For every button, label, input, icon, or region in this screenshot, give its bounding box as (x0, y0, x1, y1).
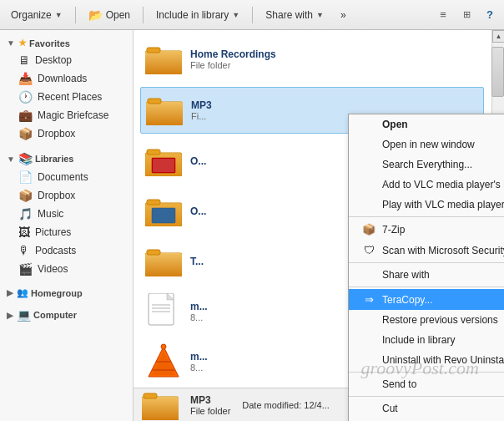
favorites-heading[interactable]: ▼ ★ Favorites (0, 35, 133, 51)
homegroup-label: Homegroup (31, 288, 83, 298)
ctx-sep1 (349, 216, 504, 217)
mp3-thumb (144, 90, 184, 130)
svg-point-29 (161, 344, 166, 349)
ctx-play-vlc[interactable]: Play with VLC media player (349, 195, 504, 215)
include-label: Include in library (156, 9, 229, 21)
recent-label: Recent Places (38, 91, 102, 103)
more-button[interactable]: » (333, 6, 354, 24)
ctx-open-new-window[interactable]: Open in new window (349, 134, 504, 155)
ctx-open-label: Open (382, 119, 408, 130)
libraries-heading[interactable]: ▼ 📚 Libraries (0, 150, 133, 168)
share-with-button[interactable]: Share with ▼ (258, 6, 331, 24)
sidebar-item-dropbox-lib[interactable]: 📦 Dropbox (0, 186, 133, 205)
computer-heading[interactable]: ▶ 💻 Computer (0, 306, 133, 324)
sidebar-item-desktop[interactable]: 🖥 Desktop (0, 51, 133, 69)
ctx-7zip-label: 7-Zip (382, 224, 405, 236)
libraries-section: ▼ 📚 Libraries 📄 Documents 📦 Dropbox 🎵 Mu… (0, 150, 133, 278)
scrollbar-up-arrow[interactable]: ▲ (492, 30, 504, 43)
ctx-open-new-label: Open in new window (382, 139, 475, 150)
dropbox-lib-icon: 📦 (18, 189, 33, 202)
sidebar-item-pictures[interactable]: 🖼 Pictures (0, 223, 133, 241)
view-details-button[interactable]: ≡ (432, 4, 454, 26)
svg-rect-16 (145, 253, 182, 276)
ctx-cut-label: Cut (382, 403, 398, 414)
organize-chevron: ▼ (55, 11, 63, 19)
ctx-revo-label: Uninstall with Revo Uninstaller Pro (382, 354, 504, 366)
view-toggle-button[interactable]: ⊞ (456, 4, 477, 26)
ctx-open[interactable]: Open (349, 114, 504, 134)
sidebar-item-music[interactable]: 🎵 Music (0, 205, 133, 223)
toolbar: Organize ▼ 📂 Open Include in library ▼ S… (0, 0, 504, 30)
sidebar-item-downloads[interactable]: 📥 Downloads (0, 69, 133, 88)
toolbar-sep1 (75, 7, 76, 23)
libraries-label: Libraries (35, 154, 73, 164)
ctx-restore-label: Restore previous versions (382, 314, 498, 326)
homegroup-section: ▶ 👥 Homegroup (0, 285, 133, 301)
file-item-home-recordings[interactable]: Home Recordings File folder (140, 37, 484, 82)
mp3-name: MP3 (191, 99, 480, 111)
ctx-share-label: Share with (382, 269, 430, 281)
dropbox-fav-label: Dropbox (38, 128, 75, 139)
open-button[interactable]: 📂 Open (81, 5, 138, 25)
ctx-include-library[interactable]: Include in library ▶ (349, 330, 504, 350)
help-button[interactable]: ? (479, 4, 501, 26)
m2-thumb (144, 342, 184, 382)
ctx-search-everything[interactable]: Search Everything... (349, 155, 504, 175)
computer-section: ▶ 💻 Computer (0, 306, 133, 324)
ctx-cut[interactable]: Cut (349, 398, 504, 418)
include-chevron: ▼ (232, 11, 239, 19)
sidebar-item-recent[interactable]: 🕐 Recent Places (0, 88, 133, 106)
ctx-uninstall-revo[interactable]: Uninstall with Revo Uninstaller Pro (349, 350, 504, 370)
homegroup-heading[interactable]: ▶ 👥 Homegroup (0, 285, 133, 301)
downloads-label: Downloads (38, 73, 87, 84)
sidebar-item-podcasts[interactable]: 🎙 Podcasts (0, 241, 133, 260)
ctx-send-to[interactable]: Send to ▶ (349, 374, 504, 394)
recent-icon: 🕐 (18, 90, 33, 104)
ctx-sendto-label: Send to (382, 378, 416, 390)
toolbar-right: ≡ ⊞ ? (432, 4, 501, 26)
include-library-button[interactable]: Include in library ▼ (149, 6, 247, 24)
sidebar-item-videos[interactable]: 🎬 Videos (0, 260, 133, 278)
statusbar-thumb (142, 390, 179, 420)
ctx-7zip[interactable]: 📦 7-Zip ▶ (349, 219, 504, 240)
ctx-restore-prev[interactable]: Restore previous versions (349, 310, 504, 330)
videos-icon: 🎬 (18, 262, 33, 276)
videos-label: Videos (38, 263, 68, 275)
statusbar-name: MP3 (190, 394, 230, 406)
documents-label: Documents (38, 171, 88, 183)
ctx-teracopy[interactable]: ⇒ TeraCopy... (349, 289, 504, 310)
scrollbar-thumb[interactable] (491, 47, 504, 97)
podcasts-icon: 🎙 (18, 244, 30, 257)
ctx-7zip-icon: 📦 (360, 223, 377, 236)
ctx-teracopy-label: TeraCopy... (382, 294, 432, 306)
vlc-svg-m2 (145, 343, 182, 380)
homegroup-arrow: ▶ (7, 288, 13, 297)
share-label: Share with (265, 9, 313, 21)
libraries-arrow: ▼ (7, 155, 15, 164)
ctx-scan-icon: 🛡 (360, 244, 377, 256)
sidebar-item-magic-briefcase[interactable]: 💼 Magic Briefcase (0, 106, 133, 124)
svg-rect-32 (144, 393, 157, 398)
t-thumb (144, 241, 184, 282)
ctx-scan-security[interactable]: 🛡 Scan with Microsoft Security Essential… (349, 240, 504, 261)
svg-rect-10 (153, 159, 174, 172)
ctx-teracopy-icon: ⇒ (360, 293, 377, 306)
toolbar-sep2 (143, 7, 144, 23)
ctx-share-with[interactable]: Share with ▶ (349, 265, 504, 285)
sidebar-item-documents[interactable]: 📄 Documents (0, 168, 133, 186)
ctx-vlc-playlist-label: Add to VLC media player's Playlist (382, 179, 504, 190)
folder-svg-home-recordings (145, 44, 182, 74)
organize-label: Organize (11, 9, 52, 21)
ctx-add-vlc-playlist[interactable]: Add to VLC media player's Playlist (349, 175, 504, 195)
open-label: Open (106, 9, 130, 21)
more-icon: » (340, 9, 346, 21)
favorites-section: ▼ ★ Favorites 🖥 Desktop 📥 Downloads 🕐 Re… (0, 35, 133, 143)
ctx-sep4 (349, 372, 504, 373)
svg-rect-5 (148, 99, 161, 104)
ctx-search-label: Search Everything... (382, 159, 472, 170)
organize-button[interactable]: Organize ▼ (3, 6, 70, 24)
main-layout: ▼ ★ Favorites 🖥 Desktop 📥 Downloads 🕐 Re… (0, 30, 504, 421)
sidebar-item-dropbox-fav[interactable]: 📦 Dropbox (0, 124, 133, 143)
home-recordings-info: Home Recordings File folder (190, 48, 481, 70)
statusbar-info: MP3 File folder (190, 394, 230, 416)
